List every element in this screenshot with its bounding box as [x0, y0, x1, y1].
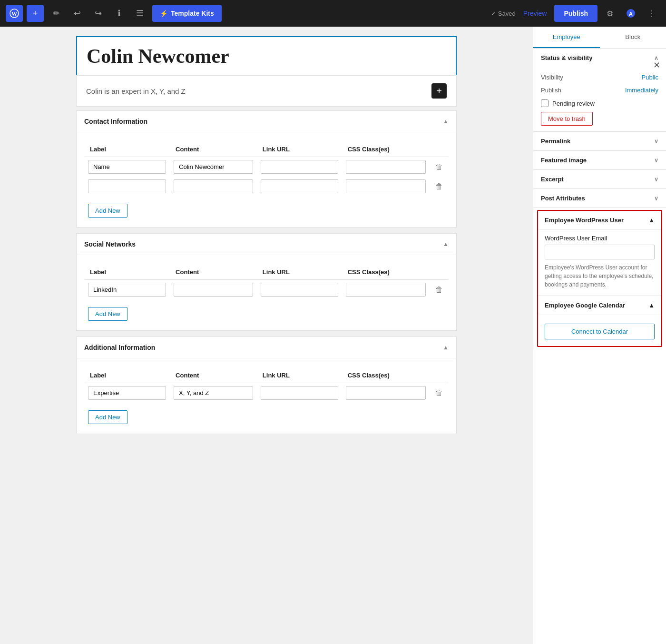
astra-icon: A	[626, 9, 636, 18]
post-attributes-chevron-icon: ∨	[654, 195, 658, 202]
contact-col-content: Content	[170, 142, 257, 157]
preview-button[interactable]: Preview	[519, 10, 551, 17]
add-block-button[interactable]: +	[27, 5, 44, 22]
post-attributes-header[interactable]: Post Attributes ∨	[533, 189, 666, 208]
settings-button[interactable]: ⚙	[601, 5, 618, 22]
pending-review-checkbox[interactable]	[541, 99, 548, 107]
wp-logo[interactable]: W	[6, 5, 23, 22]
employee-bio-text: Colin is an expert in X, Y, and Z	[86, 87, 186, 95]
contact-chevron-icon: ▲	[443, 118, 449, 125]
featured-image-chevron-icon: ∨	[654, 157, 658, 164]
featured-image-header[interactable]: Featured image ∨	[533, 151, 666, 169]
pending-review-row: Pending review	[541, 97, 658, 110]
additional-row1-label[interactable]	[88, 386, 166, 400]
additional-row1-link-url[interactable]	[261, 386, 338, 400]
contact-row1-link-url[interactable]	[261, 160, 338, 174]
social-row1-css[interactable]	[346, 283, 426, 297]
status-visibility-header[interactable]: Status & visibility ∧	[533, 49, 666, 67]
contact-section-header[interactable]: Contact Information ▲	[77, 111, 456, 132]
redo-button[interactable]: ↪	[89, 5, 107, 22]
employee-name-heading[interactable]: Colin Newcomer	[87, 45, 446, 68]
additional-chevron-icon: ▲	[443, 344, 449, 351]
social-section-header[interactable]: Social Networks ▲	[77, 234, 456, 255]
info-button[interactable]: ℹ	[110, 5, 127, 22]
main-layout: Colin Newcomer Colin is an expert in X, …	[0, 27, 666, 644]
move-to-trash-button[interactable]: Move to trash	[541, 112, 593, 126]
saved-indicator: ✓ Saved	[491, 10, 516, 17]
permalink-panel: Permalink ∨	[533, 132, 666, 151]
excerpt-panel: Excerpt ∨	[533, 170, 666, 189]
social-row1-label[interactable]	[88, 283, 166, 297]
contact-row2-link-url[interactable]	[261, 179, 338, 193]
employee-wordpress-user-panel: Employee WordPress User ▲ WordPress User…	[538, 211, 661, 296]
contact-row2-css[interactable]	[346, 179, 426, 193]
additional-col-content: Content	[170, 368, 257, 383]
tab-employee[interactable]: Employee	[533, 27, 600, 48]
permalink-header[interactable]: Permalink ∨	[533, 132, 666, 150]
employee-google-calendar-panel: Employee Google Calendar ▲ Connect to Ca…	[538, 296, 661, 346]
tab-block[interactable]: Block	[600, 27, 666, 48]
publish-button[interactable]: Publish	[554, 5, 597, 22]
sidebar-close-button[interactable]: ✕	[653, 60, 660, 70]
contact-row2-label[interactable]	[88, 179, 166, 193]
wordpress-user-email-input[interactable]	[545, 245, 655, 259]
wp-logo-svg: W	[10, 9, 19, 18]
content-wrapper: Colin Newcomer Colin is an expert in X, …	[67, 27, 466, 449]
publish-value[interactable]: Immediately	[625, 87, 658, 94]
contact-row1-delete-button[interactable]: 🗑	[433, 161, 445, 173]
contact-row1-content[interactable]	[174, 160, 253, 174]
social-col-content: Content	[170, 265, 257, 280]
contact-row2-content[interactable]	[174, 179, 253, 193]
additional-add-new-button[interactable]: Add New	[88, 410, 127, 424]
social-row1-delete-button[interactable]: 🗑	[433, 284, 445, 296]
template-kits-button[interactable]: ⚡ Template Kits	[152, 5, 222, 22]
svg-text:A: A	[629, 11, 633, 17]
social-row1-link-url[interactable]	[261, 283, 338, 297]
visibility-value[interactable]: Public	[642, 74, 658, 81]
additional-table: Label Content Link URL CSS Class(es)	[84, 368, 449, 403]
social-section-content: Label Content Link URL CSS Class(es)	[77, 255, 456, 330]
svg-text:W: W	[11, 10, 17, 17]
connect-to-calendar-button[interactable]: Connect to Calendar	[545, 324, 655, 339]
additional-section-title: Additional Information	[84, 344, 155, 351]
contact-col-css: CSS Class(es)	[342, 142, 430, 157]
additional-col-link-url: Link URL	[257, 368, 342, 383]
social-col-label: Label	[84, 265, 170, 280]
undo-button[interactable]: ↩	[69, 5, 86, 22]
table-row: 🗑	[84, 157, 449, 177]
saved-text: Saved	[498, 10, 516, 17]
publish-label: Publish	[541, 87, 561, 94]
list-view-button[interactable]: ☰	[131, 5, 148, 22]
toolbar-right: ✓ Saved Preview Publish ⚙ A ⋮	[491, 5, 660, 22]
table-row: 🗑	[84, 383, 449, 403]
contact-section-title: Contact Information	[84, 118, 147, 125]
additional-row1-delete-button[interactable]: 🗑	[433, 387, 445, 399]
employee-google-calendar-header[interactable]: Employee Google Calendar ▲	[538, 296, 661, 315]
toolbar: W + ✏ ↩ ↪ ℹ ☰ ⚡ Template Kits ✓ Saved Pr…	[0, 0, 666, 27]
employee-wordpress-user-chevron-icon: ▲	[648, 217, 655, 224]
contact-row1-label[interactable]	[88, 160, 166, 174]
status-visibility-content: Visibility Public Publish Immediately Pe…	[533, 67, 666, 131]
featured-image-panel: Featured image ∨	[533, 151, 666, 170]
pending-review-label: Pending review	[552, 100, 595, 107]
add-block-inline-button[interactable]: +	[431, 83, 447, 99]
status-visibility-panel: Status & visibility ∧ Visibility Public …	[533, 49, 666, 132]
employee-wordpress-user-header[interactable]: Employee WordPress User ▲	[538, 211, 661, 230]
excerpt-header[interactable]: Excerpt ∨	[533, 170, 666, 188]
contact-row1-css[interactable]	[346, 160, 426, 174]
astra-button[interactable]: A	[622, 5, 639, 22]
post-attributes-panel: Post Attributes ∨	[533, 189, 666, 208]
email-hint: Employee's WordPress User account for ge…	[545, 263, 655, 289]
social-add-new-button[interactable]: Add New	[88, 307, 127, 321]
contact-table: Label Content Link URL CSS Class(es)	[84, 142, 449, 196]
contact-row2-delete-button[interactable]: 🗑	[433, 180, 445, 193]
additional-row1-css[interactable]	[346, 386, 426, 400]
editor-area: Colin Newcomer Colin is an expert in X, …	[0, 27, 533, 644]
more-options-button[interactable]: ⋮	[643, 5, 660, 22]
additional-row1-content[interactable]	[174, 386, 253, 400]
contact-add-new-button[interactable]: Add New	[88, 204, 127, 218]
social-row1-content[interactable]	[174, 283, 253, 297]
additional-section-header[interactable]: Additional Information ▲	[77, 337, 456, 358]
tools-button[interactable]: ✏	[48, 5, 65, 22]
excerpt-title: Excerpt	[541, 176, 564, 183]
